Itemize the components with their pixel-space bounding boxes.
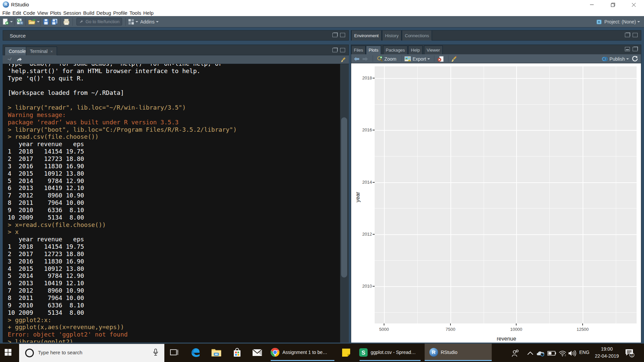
environment-restore-icon[interactable] (625, 33, 630, 37)
plot-canvas[interactable]: 20182016201420122010500075001000012500 r… (351, 63, 641, 343)
menu-help[interactable]: Help (143, 10, 154, 16)
console-clear-icon[interactable] (341, 57, 347, 62)
tab-files[interactable]: Files (351, 46, 366, 54)
spreadsheet-task-label: ggplot.csv - Spread… (371, 350, 416, 355)
save-button[interactable] (43, 16, 49, 27)
console-output[interactable]: Type 'demo()' for some demos, 'help()' f… (3, 64, 340, 343)
plot-export-button[interactable]: Export (405, 54, 430, 63)
menu-build[interactable]: Build (83, 10, 94, 16)
addins-grid-caret[interactable] (136, 21, 138, 22)
menu-session[interactable]: Session (63, 10, 81, 16)
plots-clear-button[interactable] (451, 54, 458, 63)
source-restore-icon[interactable] (332, 33, 337, 37)
console-working-dir[interactable]: ~/ (7, 57, 11, 62)
plot-zoom-button[interactable]: Zoom (377, 54, 396, 63)
plots-minimize-icon[interactable] (625, 47, 630, 51)
open-file-button[interactable] (28, 16, 40, 27)
menu-code[interactable]: Code (23, 10, 35, 16)
store-icon[interactable] (232, 348, 242, 358)
onedrive-icon[interactable] (535, 348, 545, 358)
terminal-close-icon[interactable]: × (50, 49, 53, 54)
search-mic-icon[interactable] (153, 349, 158, 357)
project-menu[interactable]: R Project: (None) (596, 16, 640, 27)
tab-terminal[interactable]: Terminal× (26, 47, 57, 56)
plot-back-button[interactable] (354, 54, 360, 63)
addins-caret[interactable] (156, 21, 159, 22)
export-caret[interactable] (427, 58, 430, 60)
save-all-button[interactable] (51, 16, 58, 27)
tab-environment[interactable]: Environment (351, 31, 382, 41)
file-explorer-icon[interactable] (211, 348, 221, 358)
rstudio-taskbar-icon: R (429, 348, 438, 357)
tab-connections[interactable]: Connections (402, 31, 432, 41)
close-button[interactable] (623, 0, 644, 9)
gridline-major (375, 182, 637, 183)
menu-tools[interactable]: Tools (129, 10, 141, 16)
gridline-major (583, 66, 583, 323)
sticky-notes-icon[interactable] (341, 348, 351, 358)
publish-button[interactable]: Publish (602, 54, 629, 63)
new-file-caret[interactable] (10, 21, 13, 22)
tray-clock[interactable]: 19:00 22-04-2019 (595, 346, 619, 360)
taskbar-chrome-button[interactable]: Assignment 1 to be… (270, 344, 327, 361)
search-placeholder: Type here to search (38, 350, 83, 355)
new-file-button[interactable] (3, 16, 13, 27)
tray-language[interactable]: ENG (579, 350, 589, 355)
menu-edit[interactable]: Edit (12, 10, 21, 16)
tab-viewer[interactable]: Viewer (424, 46, 443, 54)
goto-file-search[interactable]: Go to file/function (76, 18, 122, 25)
console-maximize-icon[interactable] (340, 48, 345, 52)
taskbar-spreadsheet-button[interactable]: S ggplot.csv - Spread… (359, 344, 416, 361)
plots-pane: Files Plots Packages Help Viewer Zoom Ex… (351, 45, 641, 343)
console-scrollbar-thumb[interactable] (341, 117, 347, 278)
console-restore-icon[interactable] (332, 48, 337, 52)
tab-plots[interactable]: Plots (366, 46, 381, 54)
console-line: > read.csv(file.choose()) (8, 133, 237, 140)
taskbar-search[interactable]: Type here to search (19, 344, 164, 362)
start-button[interactable] (5, 349, 13, 357)
minimize-button[interactable] (582, 0, 602, 9)
tab-viewer-label: Viewer (427, 48, 440, 53)
menu-view[interactable]: View (37, 10, 48, 16)
wifi-icon[interactable]: (. (557, 348, 568, 358)
mail-icon[interactable] (252, 348, 262, 358)
environment-pane-header: Environment History Connections (351, 30, 641, 41)
plots-restore-icon[interactable] (633, 47, 638, 51)
addins-grid-button[interactable] (128, 16, 138, 27)
environment-maximize-icon[interactable] (633, 33, 638, 37)
rstudio-active-underline (425, 360, 492, 361)
volume-icon[interactable] (568, 348, 578, 358)
people-icon[interactable] (511, 348, 521, 358)
open-file-caret[interactable] (37, 21, 40, 22)
battery-icon[interactable] (547, 348, 557, 358)
plot-forward-button[interactable] (362, 54, 368, 63)
print-button[interactable] (63, 16, 70, 27)
console-scrollbar[interactable] (340, 64, 349, 343)
console-wd-arrow-icon[interactable] (17, 57, 22, 62)
addins-menu[interactable]: Addins (140, 16, 159, 27)
plots-refresh-button[interactable] (632, 54, 638, 63)
taskbar-rstudio-button[interactable]: R RStudio (425, 344, 492, 361)
project-caret[interactable] (637, 21, 640, 22)
plot-remove-button[interactable] (437, 54, 444, 63)
tab-packages[interactable]: Packages (383, 46, 408, 54)
source-maximize-icon[interactable] (340, 33, 345, 37)
edge-icon[interactable] (191, 348, 201, 358)
console-line: > x=read.csv(file.choose()) (8, 221, 237, 229)
menu-debug[interactable]: Debug (96, 10, 111, 16)
new-project-button[interactable]: R (17, 16, 23, 27)
tab-history[interactable]: History (382, 31, 401, 41)
publish-caret[interactable] (626, 58, 629, 60)
svg-text:R: R (20, 22, 22, 24)
menu-plots[interactable]: Plots (50, 10, 61, 16)
tray-chevron-icon[interactable] (525, 348, 535, 358)
maximize-button[interactable] (602, 0, 623, 9)
tab-help[interactable]: Help (408, 46, 423, 54)
y-tick-mark (373, 286, 375, 287)
menu-file[interactable]: File (2, 10, 10, 16)
y-tick-label: 2010 (357, 284, 372, 289)
task-view-icon[interactable] (169, 348, 179, 358)
menu-profile[interactable]: Profile (113, 10, 127, 16)
notification-icon[interactable]: 1 (625, 348, 635, 358)
gridline-minor (375, 156, 637, 157)
